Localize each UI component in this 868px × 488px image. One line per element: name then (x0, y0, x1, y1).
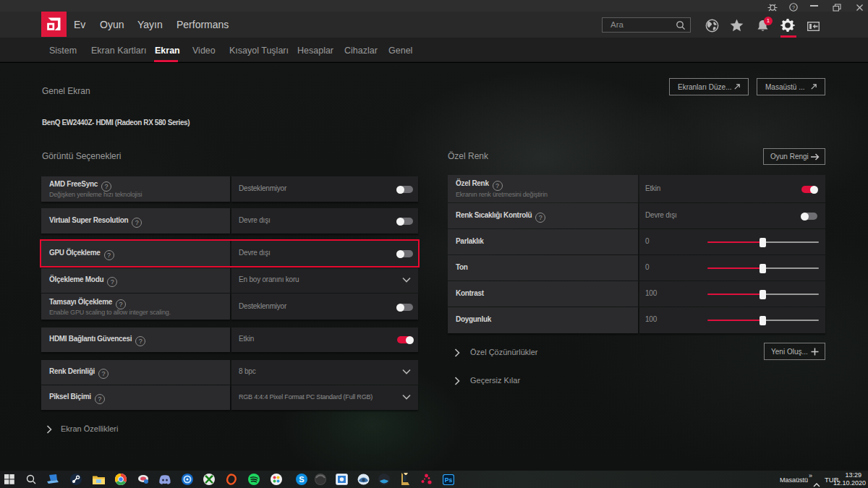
svg-text:?: ? (792, 4, 795, 11)
svg-text:Ps: Ps (445, 476, 453, 484)
svg-text:S: S (299, 475, 304, 484)
